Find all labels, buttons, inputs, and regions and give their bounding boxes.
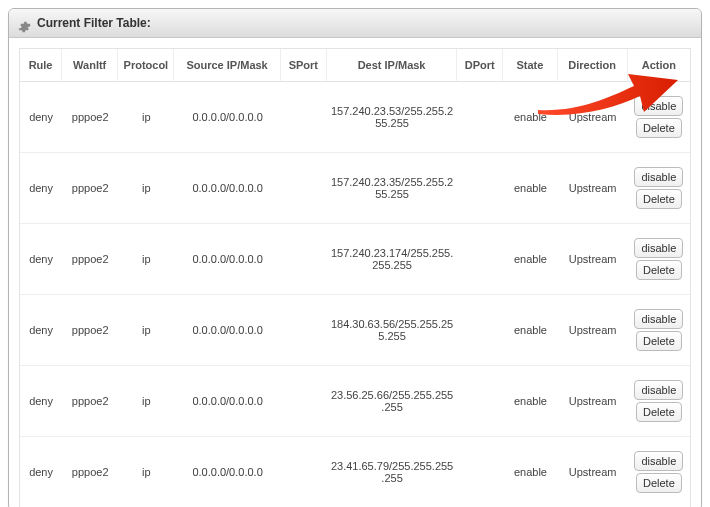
- table-row: denypppoe2ip0.0.0.0/0.0.0.0157.240.23.35…: [20, 152, 690, 223]
- cell-dport: [457, 223, 503, 294]
- table-row: denypppoe2ip0.0.0.0/0.0.0.0184.30.63.56/…: [20, 294, 690, 365]
- col-action: Action: [628, 49, 690, 82]
- cell-sport: [281, 365, 327, 436]
- col-rule: Rule: [20, 49, 62, 82]
- col-wanitf: WanItf: [62, 49, 118, 82]
- disable-button[interactable]: disable: [634, 238, 683, 258]
- cell-sport: [281, 152, 327, 223]
- cell-sport: [281, 82, 327, 152]
- cell-dest: 23.56.25.66/255.255.255.255: [327, 365, 457, 436]
- col-protocol: Protocol: [118, 49, 174, 82]
- cell-dport: [457, 294, 503, 365]
- table-row: denypppoe2ip0.0.0.0/0.0.0.023.41.65.79/2…: [20, 436, 690, 507]
- cell-state: enable: [503, 294, 557, 365]
- cell-dport: [457, 436, 503, 507]
- cell-state: enable: [503, 436, 557, 507]
- delete-button[interactable]: Delete: [636, 331, 682, 351]
- delete-button[interactable]: Delete: [636, 402, 682, 422]
- cell-proto: ip: [118, 82, 174, 152]
- cell-dest: 157.240.23.53/255.255.255.255: [327, 82, 457, 152]
- filter-table-panel: Current Filter Table: Rule WanItf Protoc…: [8, 8, 702, 507]
- cell-proto: ip: [118, 436, 174, 507]
- cell-dir: Upstream: [558, 152, 628, 223]
- col-dest-ip: Dest IP/Mask: [327, 49, 457, 82]
- disable-button[interactable]: disable: [634, 451, 683, 471]
- col-source-ip: Source IP/Mask: [174, 49, 280, 82]
- cell-actions: disableDelete: [628, 294, 690, 365]
- cell-rule: deny: [20, 223, 62, 294]
- cell-dport: [457, 152, 503, 223]
- filter-table: Rule WanItf Protocol Source IP/Mask SPor…: [19, 48, 691, 507]
- cell-state: enable: [503, 223, 557, 294]
- cell-dir: Upstream: [558, 223, 628, 294]
- cell-proto: ip: [118, 152, 174, 223]
- cell-sport: [281, 436, 327, 507]
- cell-dport: [457, 82, 503, 152]
- cell-src: 0.0.0.0/0.0.0.0: [174, 365, 280, 436]
- cell-wan: pppoe2: [62, 223, 118, 294]
- delete-button[interactable]: Delete: [636, 260, 682, 280]
- cell-dest: 157.240.23.35/255.255.255.255: [327, 152, 457, 223]
- delete-button[interactable]: Delete: [636, 189, 682, 209]
- cell-dir: Upstream: [558, 365, 628, 436]
- panel-body: Rule WanItf Protocol Source IP/Mask SPor…: [9, 38, 701, 507]
- disable-button[interactable]: disable: [634, 167, 683, 187]
- cell-rule: deny: [20, 365, 62, 436]
- cell-wan: pppoe2: [62, 294, 118, 365]
- col-dport: DPort: [457, 49, 503, 82]
- table-row: denypppoe2ip0.0.0.0/0.0.0.0157.240.23.17…: [20, 223, 690, 294]
- disable-button[interactable]: disable: [634, 309, 683, 329]
- col-sport: SPort: [281, 49, 327, 82]
- cell-dir: Upstream: [558, 294, 628, 365]
- col-direction: Direction: [558, 49, 628, 82]
- cell-state: enable: [503, 152, 557, 223]
- cell-rule: deny: [20, 152, 62, 223]
- cell-actions: disableDelete: [628, 223, 690, 294]
- cell-sport: [281, 294, 327, 365]
- cell-dest: 184.30.63.56/255.255.255.255: [327, 294, 457, 365]
- cell-wan: pppoe2: [62, 436, 118, 507]
- cell-rule: deny: [20, 294, 62, 365]
- cell-actions: disableDelete: [628, 365, 690, 436]
- cell-src: 0.0.0.0/0.0.0.0: [174, 436, 280, 507]
- gear-icon: [17, 16, 31, 30]
- cell-rule: deny: [20, 82, 62, 152]
- delete-button[interactable]: Delete: [636, 118, 682, 138]
- cell-actions: disableDelete: [628, 436, 690, 507]
- cell-dest: 23.41.65.79/255.255.255.255: [327, 436, 457, 507]
- cell-dport: [457, 365, 503, 436]
- cell-src: 0.0.0.0/0.0.0.0: [174, 294, 280, 365]
- cell-src: 0.0.0.0/0.0.0.0: [174, 223, 280, 294]
- panel-header: Current Filter Table:: [9, 9, 701, 38]
- disable-button[interactable]: disable: [634, 96, 683, 116]
- cell-dir: Upstream: [558, 82, 628, 152]
- cell-proto: ip: [118, 223, 174, 294]
- cell-src: 0.0.0.0/0.0.0.0: [174, 152, 280, 223]
- cell-wan: pppoe2: [62, 82, 118, 152]
- disable-button[interactable]: disable: [634, 380, 683, 400]
- col-state: State: [503, 49, 557, 82]
- cell-dir: Upstream: [558, 436, 628, 507]
- cell-actions: disableDelete: [628, 82, 690, 152]
- table-row: denypppoe2ip0.0.0.0/0.0.0.0157.240.23.53…: [20, 82, 690, 152]
- cell-wan: pppoe2: [62, 365, 118, 436]
- delete-button[interactable]: Delete: [636, 473, 682, 493]
- cell-dest: 157.240.23.174/255.255.255.255: [327, 223, 457, 294]
- cell-proto: ip: [118, 294, 174, 365]
- table-header-row: Rule WanItf Protocol Source IP/Mask SPor…: [20, 49, 690, 82]
- cell-actions: disableDelete: [628, 152, 690, 223]
- cell-rule: deny: [20, 436, 62, 507]
- cell-wan: pppoe2: [62, 152, 118, 223]
- panel-title: Current Filter Table:: [37, 9, 151, 37]
- cell-state: enable: [503, 82, 557, 152]
- cell-proto: ip: [118, 365, 174, 436]
- cell-sport: [281, 223, 327, 294]
- cell-state: enable: [503, 365, 557, 436]
- cell-src: 0.0.0.0/0.0.0.0: [174, 82, 280, 152]
- table-row: denypppoe2ip0.0.0.0/0.0.0.023.56.25.66/2…: [20, 365, 690, 436]
